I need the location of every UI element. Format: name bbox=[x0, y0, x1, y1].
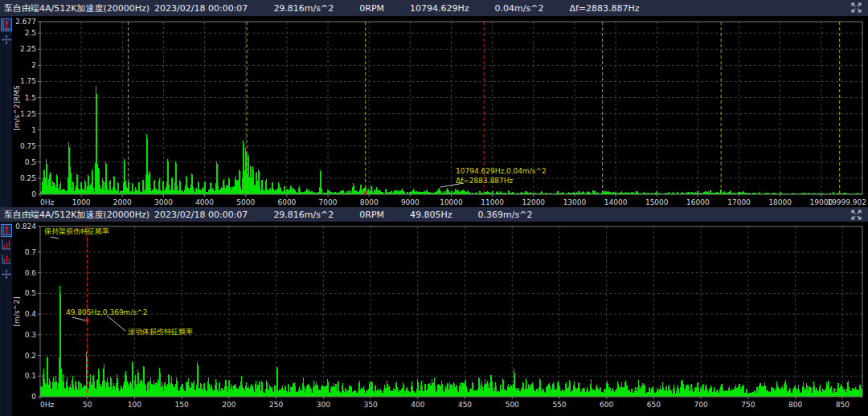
grid bbox=[40, 226, 862, 397]
y-tick-label: 1.75 bbox=[20, 77, 36, 85]
panel2-toolbar bbox=[0, 222, 12, 416]
x-tick-label: 650 bbox=[647, 401, 661, 409]
channel-title: 泵自由端4A/512K加速度(20000Hz) bbox=[4, 2, 149, 14]
x-tick-label: 550 bbox=[552, 401, 566, 409]
y-tick-label: 2.5 bbox=[25, 29, 36, 37]
x-tick-label: 400 bbox=[411, 401, 424, 409]
pan-tool[interactable] bbox=[1, 33, 12, 46]
y-tick-label: 0.5 bbox=[25, 158, 36, 166]
grid bbox=[40, 22, 862, 194]
x-tick-label: 3000 bbox=[154, 198, 173, 206]
x-tick-label: 50 bbox=[83, 401, 92, 409]
rms-value: 29.816m/s^2 bbox=[273, 3, 334, 14]
y-tick-label: 1.25 bbox=[20, 110, 36, 118]
expand-icon[interactable] bbox=[850, 209, 862, 220]
cursor-marker bbox=[364, 192, 367, 195]
x-tick-label: 700 bbox=[694, 401, 708, 409]
annotation-label: 49.805Hz,0.369m/s^2 bbox=[66, 308, 147, 316]
y-tick-label: 0.824 bbox=[15, 222, 36, 230]
x-tick-label: 500 bbox=[506, 401, 519, 409]
y-tick-label: 2.677 bbox=[15, 18, 36, 26]
x-tick-label: 0Hz bbox=[40, 198, 54, 206]
x-tick-label: 10000 bbox=[440, 198, 463, 206]
cursor-marker bbox=[86, 319, 89, 322]
spectrum-trace bbox=[40, 238, 862, 397]
y-tick-label: 0.25 bbox=[20, 174, 36, 182]
single-cursor-tool[interactable] bbox=[1, 18, 12, 31]
y-axis-unit-label: [m/s^2] bbox=[13, 297, 21, 327]
x-axis: 0Hz1000200030004000500060007000800090001… bbox=[40, 194, 866, 206]
x-tick-label: 600 bbox=[600, 401, 613, 409]
x-tick-label: 4000 bbox=[195, 198, 214, 206]
y-tick-label: 0 bbox=[31, 190, 36, 198]
harmonic-cursor-tool[interactable] bbox=[1, 239, 12, 251]
x-axis: 0Hz5010015020025030035040045050055060065… bbox=[40, 397, 850, 409]
x-tick-label: 8000 bbox=[360, 198, 379, 206]
y-tick-label: 0.6 bbox=[25, 269, 37, 277]
y-tick-label: 0.4 bbox=[25, 310, 37, 318]
rms-value: 29.816m/s^2 bbox=[273, 210, 334, 220]
spectrum-chart-zoom: 00.10.20.30.40.50.60.70.8240Hz5010015020… bbox=[0, 222, 868, 416]
y-tick-label: 2.25 bbox=[20, 45, 36, 53]
y-tick-label: 0.5 bbox=[25, 289, 36, 297]
x-tick-label: 15000 bbox=[645, 198, 669, 206]
x-tick-label: 0Hz bbox=[40, 401, 54, 409]
single-cursor-icon bbox=[2, 19, 11, 31]
y-tick-label: 0.3 bbox=[25, 331, 36, 339]
spectrum-panel-1: 00.250.50.7511.251.51.7522.252.52.6770Hz… bbox=[0, 16, 868, 207]
x-tick-label: 2000 bbox=[113, 198, 132, 206]
x-tick-label: 450 bbox=[458, 401, 472, 409]
y-tick-label: 0.2 bbox=[25, 352, 36, 360]
panel1-header: 泵自由端4A/512K加速度(20000Hz) 2023/02/18 00:00… bbox=[0, 0, 868, 16]
timestamp: 2023/02/18 00:00:07 bbox=[154, 210, 248, 220]
annotation-leader bbox=[51, 237, 59, 239]
expand-icon[interactable] bbox=[850, 2, 862, 13]
x-tick-label: 14000 bbox=[604, 198, 628, 206]
y-axis-unit-label: [m/s^2]RMS bbox=[13, 85, 21, 131]
single-cursor-tool[interactable] bbox=[1, 224, 12, 237]
annotation-label: 10794.629Hz,0.04m/s^2 bbox=[456, 167, 547, 175]
y-tick-label: 0 bbox=[31, 393, 36, 401]
y-tick-label: 2 bbox=[31, 61, 36, 69]
x-tick-label: 250 bbox=[269, 401, 283, 409]
annotation-label: 保持架损伤特征频率 bbox=[43, 227, 109, 235]
annotation-leader bbox=[107, 316, 125, 331]
x-tick-label: 800 bbox=[788, 401, 802, 409]
cursor-frequency: 49.805Hz bbox=[410, 210, 452, 220]
x-tick-label: 11000 bbox=[481, 198, 504, 206]
x-tick-label: 850 bbox=[836, 401, 850, 409]
y-tick-label: 0.7 bbox=[25, 248, 36, 256]
y-tick-label: 1.5 bbox=[25, 94, 36, 102]
cursor-amplitude: 0.369m/s^2 bbox=[478, 210, 533, 220]
y-tick-label: 1 bbox=[31, 126, 36, 134]
pan-tool[interactable] bbox=[1, 267, 12, 280]
x-tick-label: 5000 bbox=[236, 198, 255, 206]
x-tick-label: 17000 bbox=[727, 198, 751, 206]
x-tick-label: 350 bbox=[363, 401, 377, 409]
delta-frequency: Δf=2883.887Hz bbox=[569, 3, 639, 14]
annotation-label: Δf=2883.887Hz bbox=[456, 177, 514, 185]
x-tick-label: 7000 bbox=[319, 198, 338, 206]
x-tick-label: 12000 bbox=[522, 198, 545, 206]
annotation-leader bbox=[72, 317, 85, 320]
cursor-amplitude: 0.04m/s^2 bbox=[495, 3, 544, 14]
rpm-value: 0RPM bbox=[359, 210, 384, 220]
y-tick-label: 0.75 bbox=[20, 142, 36, 150]
x-tick-label: 13000 bbox=[563, 198, 587, 206]
cursor-frequency: 10794.629Hz bbox=[410, 3, 469, 14]
panel2-header: 泵自由端4A/512K加速度(20000Hz) 2023/02/18 00:00… bbox=[0, 207, 868, 222]
x-end-label: 19999.902 bbox=[827, 198, 866, 206]
rpm-value: 0RPM bbox=[359, 3, 384, 14]
y-tick-label: 0.1 bbox=[25, 372, 36, 380]
x-tick-label: 150 bbox=[175, 401, 189, 409]
x-tick-label: 9000 bbox=[401, 198, 420, 206]
expand-icon bbox=[851, 210, 862, 220]
move-icon bbox=[2, 269, 11, 279]
channel-title: 泵自由端4A/512K加速度(20000Hz) bbox=[4, 209, 149, 221]
x-tick-label: 6000 bbox=[277, 198, 296, 206]
sideband-cursor-tool[interactable] bbox=[1, 253, 12, 266]
x-tick-label: 1000 bbox=[72, 198, 91, 206]
x-tick-label: 100 bbox=[128, 401, 141, 409]
spectrum-chart-full-range: 00.250.50.7511.251.51.7522.252.52.6770Hz… bbox=[0, 16, 868, 207]
x-tick-label: 300 bbox=[317, 401, 330, 409]
